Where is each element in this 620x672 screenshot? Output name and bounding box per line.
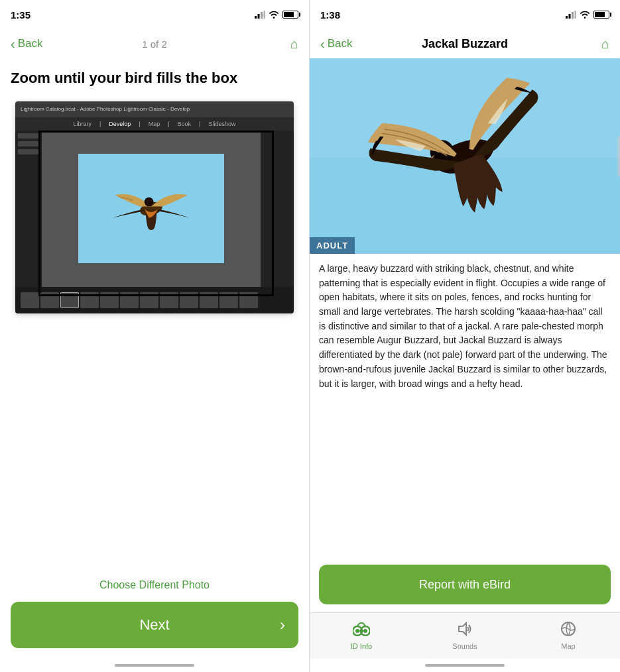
bird-photo bbox=[310, 58, 620, 254]
right-status-bar: 1:38 bbox=[310, 0, 620, 29]
lr-left-panel bbox=[15, 131, 42, 287]
left-page-indicator: 1 of 2 bbox=[50, 38, 259, 50]
right-home-button[interactable]: ⌂ bbox=[570, 36, 609, 52]
next-chevron-icon: › bbox=[280, 616, 285, 634]
left-status-bar: 1:35 bbox=[0, 0, 309, 29]
right-nav-bar: ‹ Back Jackal Buzzard ⌂ bbox=[310, 29, 620, 58]
svg-rect-1 bbox=[258, 14, 260, 19]
left-back-button[interactable]: ‹ Back bbox=[11, 36, 50, 52]
next-button-label: Next bbox=[139, 616, 169, 634]
left-panel: 1:35 ‹ Back 1 of 2 ⌂ bbox=[0, 0, 310, 672]
map-icon bbox=[560, 622, 577, 640]
tab-map[interactable]: Map bbox=[545, 622, 591, 650]
description-area: A large, heavy buzzard with striking bla… bbox=[310, 254, 620, 557]
lr-thumb bbox=[100, 292, 119, 308]
svg-point-20 bbox=[363, 629, 367, 633]
lr-nav-map: Map bbox=[149, 121, 160, 127]
left-status-icons bbox=[255, 11, 298, 19]
right-home-icon: ⌂ bbox=[601, 36, 609, 52]
right-home-indicator-bar bbox=[425, 664, 505, 667]
lr-nav-sep4: | bbox=[199, 121, 200, 127]
svg-rect-2 bbox=[261, 12, 263, 19]
right-battery-icon bbox=[593, 11, 609, 19]
left-time: 1:35 bbox=[11, 9, 31, 21]
sound-icon bbox=[456, 622, 473, 640]
wifi-icon bbox=[269, 11, 279, 19]
lr-thumb bbox=[200, 292, 218, 308]
home-icon: ⌂ bbox=[290, 36, 298, 52]
tab-sounds[interactable]: Sounds bbox=[442, 622, 488, 650]
lr-bottom bbox=[15, 287, 294, 313]
svg-rect-9 bbox=[572, 12, 574, 19]
left-back-label: Back bbox=[18, 37, 43, 50]
lr-panel-item bbox=[18, 149, 39, 154]
svg-rect-3 bbox=[264, 11, 266, 19]
left-nav-bar: ‹ Back 1 of 2 ⌂ bbox=[0, 29, 309, 58]
lr-right-panel bbox=[261, 131, 294, 287]
binoculars-icon bbox=[353, 622, 370, 640]
left-content: Zoom until your bird fills the box Light… bbox=[0, 58, 309, 566]
svg-marker-21 bbox=[459, 623, 466, 635]
lr-nav-sep2: | bbox=[139, 121, 140, 127]
adult-badge: ADULT bbox=[310, 237, 355, 254]
lr-thumb-selected bbox=[60, 292, 79, 308]
lr-nav-book: Book bbox=[178, 121, 192, 127]
lr-panel-item bbox=[18, 141, 39, 146]
lr-thumb bbox=[160, 292, 178, 308]
right-status-icons bbox=[566, 11, 609, 19]
bird-photo-container: ADULT bbox=[310, 58, 620, 254]
lr-nav: Library | Develop | Map | Book | Slidesh… bbox=[15, 117, 294, 131]
tab-id-info[interactable]: ID Info bbox=[338, 622, 385, 650]
lr-thumb bbox=[40, 292, 59, 308]
lr-thumb bbox=[219, 292, 238, 308]
report-button[interactable]: Report with eBird bbox=[319, 565, 611, 604]
right-panel: 1:38 ‹ Back Jackal Buzzard ⌂ bbox=[310, 0, 620, 672]
svg-rect-8 bbox=[569, 14, 571, 19]
signal-icon bbox=[255, 11, 265, 19]
lr-nav-sep1: | bbox=[99, 121, 101, 127]
instruction-title: Zoom until your bird fills the box bbox=[11, 69, 298, 88]
right-signal-icon bbox=[566, 11, 576, 19]
lr-main bbox=[15, 131, 294, 287]
lr-header: Lightroom Catalog.lrcat - Adobe Photosho… bbox=[15, 101, 294, 117]
right-wifi-icon bbox=[580, 11, 590, 19]
lr-canvas bbox=[42, 131, 261, 287]
photo-frame: Lightroom Catalog.lrcat - Adobe Photosho… bbox=[15, 101, 294, 313]
home-indicator-bar bbox=[115, 664, 194, 667]
tab-id-info-label: ID Info bbox=[351, 642, 372, 650]
lr-thumb bbox=[80, 292, 99, 308]
lr-nav-library: Library bbox=[74, 121, 92, 127]
right-scroll-indicator bbox=[617, 137, 620, 176]
svg-rect-10 bbox=[575, 11, 577, 19]
photo-box-area: Lightroom Catalog.lrcat - Adobe Photosho… bbox=[11, 101, 298, 313]
svg-point-6 bbox=[145, 197, 154, 206]
tab-map-label: Map bbox=[561, 642, 575, 650]
lr-nav-slideshow: Slideshow bbox=[208, 121, 235, 127]
left-home-indicator bbox=[0, 659, 309, 672]
right-home-indicator bbox=[310, 659, 620, 672]
left-home-button[interactable]: ⌂ bbox=[259, 36, 298, 52]
description-text: A large, heavy buzzard with striking bla… bbox=[319, 262, 611, 391]
svg-point-19 bbox=[355, 629, 359, 633]
lr-thumb bbox=[21, 292, 39, 308]
bird-svg bbox=[105, 172, 198, 245]
lr-nav-sep3: | bbox=[168, 121, 169, 127]
lr-thumb bbox=[120, 292, 139, 308]
next-button[interactable]: Next › bbox=[11, 602, 298, 648]
lr-bird-image bbox=[78, 154, 224, 263]
right-back-label: Back bbox=[328, 37, 353, 50]
lr-thumb bbox=[140, 292, 158, 308]
choose-photo-link[interactable]: Choose Different Photo bbox=[0, 579, 309, 591]
lr-thumb bbox=[180, 292, 198, 308]
svg-rect-7 bbox=[566, 16, 568, 19]
right-page-title: Jackal Buzzard bbox=[360, 37, 570, 51]
right-back-chevron-icon: ‹ bbox=[320, 36, 325, 52]
lr-panel-item bbox=[18, 133, 39, 139]
tab-sounds-label: Sounds bbox=[452, 642, 477, 650]
report-button-label: Report with eBird bbox=[419, 578, 511, 592]
lr-thumb bbox=[239, 292, 258, 308]
tab-bar: ID Info Sounds Ma bbox=[310, 612, 620, 659]
back-chevron-icon: ‹ bbox=[11, 36, 15, 52]
right-back-button[interactable]: ‹ Back bbox=[320, 36, 360, 52]
lr-title: Lightroom Catalog.lrcat - Adobe Photosho… bbox=[21, 106, 190, 112]
